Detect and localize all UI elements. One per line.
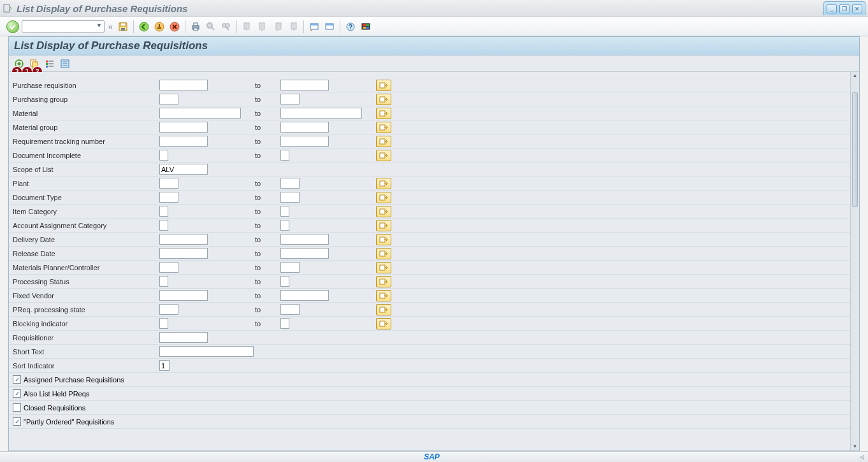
scroll-thumb[interactable] — [852, 92, 858, 207]
resize-grip-icon[interactable]: ◁ — [860, 454, 864, 460]
input-from[interactable] — [159, 234, 208, 245]
field-row: Scope of List — [9, 162, 850, 177]
input-to[interactable] — [280, 94, 300, 105]
input-from[interactable] — [159, 94, 178, 105]
help-icon[interactable]: ? — [344, 20, 357, 33]
to-label: to — [254, 278, 280, 285]
svg-rect-48 — [380, 111, 385, 116]
multiple-selection-button[interactable] — [376, 304, 391, 315]
field-row: Document Typeto — [9, 191, 850, 205]
input-from[interactable] — [159, 262, 178, 273]
svg-rect-0 — [4, 4, 10, 12]
input-from[interactable] — [159, 220, 168, 231]
dynamic-selections-icon[interactable] — [59, 57, 71, 70]
input-from[interactable] — [159, 122, 208, 133]
multiple-selection-button[interactable] — [376, 220, 391, 231]
checkbox[interactable] — [13, 403, 21, 412]
scroll-down-icon[interactable]: ▼ — [851, 443, 859, 451]
input-from[interactable] — [159, 304, 178, 315]
menu-icon[interactable] — [3, 3, 13, 13]
chevron-left-icon[interactable]: « — [107, 22, 114, 31]
input-to[interactable] — [280, 150, 289, 161]
enter-button[interactable] — [6, 20, 19, 33]
multiple-selection-button[interactable] — [376, 234, 391, 245]
input-to[interactable] — [280, 304, 300, 315]
input-to[interactable] — [280, 234, 329, 245]
multiple-selection-button[interactable] — [376, 122, 391, 133]
cancel-icon[interactable] — [168, 20, 181, 33]
multiple-selection-button[interactable] — [376, 276, 391, 287]
input-from[interactable] — [159, 248, 208, 259]
layout-icon[interactable] — [323, 20, 336, 33]
save-icon[interactable] — [117, 20, 129, 33]
input-from[interactable] — [159, 150, 168, 161]
checkbox[interactable]: ✓ — [13, 417, 21, 426]
input-to[interactable] — [280, 108, 362, 119]
input-from[interactable] — [159, 346, 254, 357]
input-from[interactable] — [159, 80, 208, 90]
input-from[interactable] — [159, 318, 168, 329]
maximize-button[interactable]: ❐ — [839, 4, 850, 13]
svg-point-12 — [226, 24, 229, 27]
input-to[interactable] — [280, 206, 289, 217]
multiple-selection-button[interactable] — [376, 108, 391, 119]
input-to[interactable] — [280, 122, 329, 133]
multiple-selection-button[interactable] — [376, 94, 391, 105]
field-row: Materials Planner/Controllerto — [9, 261, 850, 275]
command-field[interactable] — [22, 20, 105, 32]
vertical-scrollbar[interactable]: ▲ ▼ — [850, 72, 859, 451]
titlebar: List Display of Purchase Requisitions _ … — [0, 0, 868, 17]
input-to[interactable] — [280, 290, 329, 301]
svg-rect-56 — [380, 237, 385, 242]
to-label: to — [254, 124, 280, 131]
customize-icon[interactable] — [359, 20, 372, 33]
input-from[interactable] — [159, 332, 208, 343]
input-from[interactable] — [159, 108, 241, 119]
multiple-selection-button[interactable] — [376, 290, 391, 301]
multiple-selection-button[interactable] — [376, 206, 391, 217]
exit-icon[interactable] — [153, 20, 166, 33]
input-to[interactable] — [280, 318, 289, 329]
checkbox-row: Closed Requisitions — [9, 401, 850, 415]
field-label: Account Assignment Category — [9, 222, 159, 229]
input-to[interactable] — [280, 178, 300, 189]
input-from[interactable] — [159, 178, 178, 189]
back-icon[interactable] — [138, 20, 150, 33]
input-to[interactable] — [280, 262, 300, 273]
to-label: to — [254, 320, 280, 328]
close-button[interactable]: ✕ — [852, 4, 862, 13]
svg-text:?: ? — [349, 24, 352, 31]
to-label: to — [254, 110, 280, 117]
input-to[interactable] — [280, 80, 329, 90]
input-to[interactable] — [280, 220, 289, 231]
find-icon — [205, 20, 217, 33]
input-from[interactable] — [159, 206, 168, 217]
input-from[interactable] — [159, 360, 170, 371]
multiple-selection-button[interactable] — [376, 178, 391, 189]
input-from[interactable] — [159, 192, 178, 203]
input-from[interactable] — [159, 276, 168, 287]
checkbox[interactable]: ✓ — [13, 375, 21, 384]
checkbox[interactable]: ✓ — [13, 389, 21, 398]
input-to[interactable] — [280, 192, 300, 203]
multiple-selection-button[interactable] — [376, 80, 391, 91]
input-to[interactable] — [280, 276, 289, 287]
multiple-selection-button[interactable] — [376, 248, 391, 259]
input-from[interactable] — [159, 164, 208, 175]
new-session-icon[interactable] — [308, 20, 321, 33]
input-to[interactable] — [280, 248, 329, 259]
multiple-selection-button[interactable] — [376, 136, 391, 147]
field-row: Release Dateto — [9, 247, 850, 261]
multiple-selection-button[interactable] — [376, 150, 391, 161]
input-from[interactable] — [159, 290, 208, 301]
input-from[interactable] — [159, 136, 208, 147]
minimize-button[interactable]: _ — [827, 4, 837, 13]
input-to[interactable] — [280, 136, 329, 147]
selection-options-icon[interactable] — [43, 57, 56, 70]
scroll-up-icon[interactable]: ▲ — [851, 72, 859, 80]
multiple-selection-button[interactable] — [376, 262, 391, 273]
print-icon[interactable] — [189, 20, 202, 33]
multiple-selection-button[interactable] — [376, 192, 391, 203]
multiple-selection-button[interactable] — [376, 318, 391, 329]
prev-page-icon — [256, 20, 269, 33]
